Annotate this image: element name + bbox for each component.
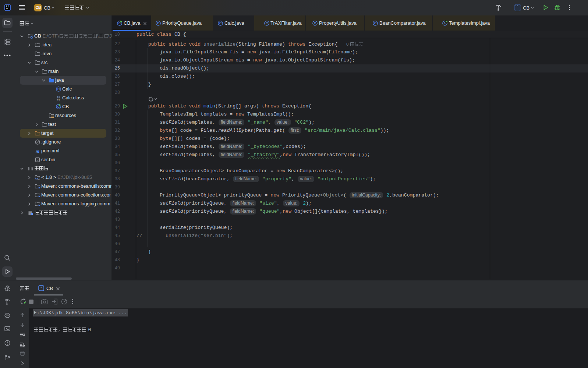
svg-text:?: ?	[37, 158, 39, 162]
svg-text:C: C	[374, 21, 376, 25]
svg-text:C: C	[57, 87, 60, 91]
svg-text:C: C	[157, 21, 159, 25]
svg-text:01: 01	[57, 98, 60, 101]
svg-text:m: m	[36, 148, 39, 154]
svg-text:C: C	[314, 21, 316, 25]
svg-text:C: C	[219, 21, 222, 25]
svg-text:C: C	[266, 21, 268, 25]
